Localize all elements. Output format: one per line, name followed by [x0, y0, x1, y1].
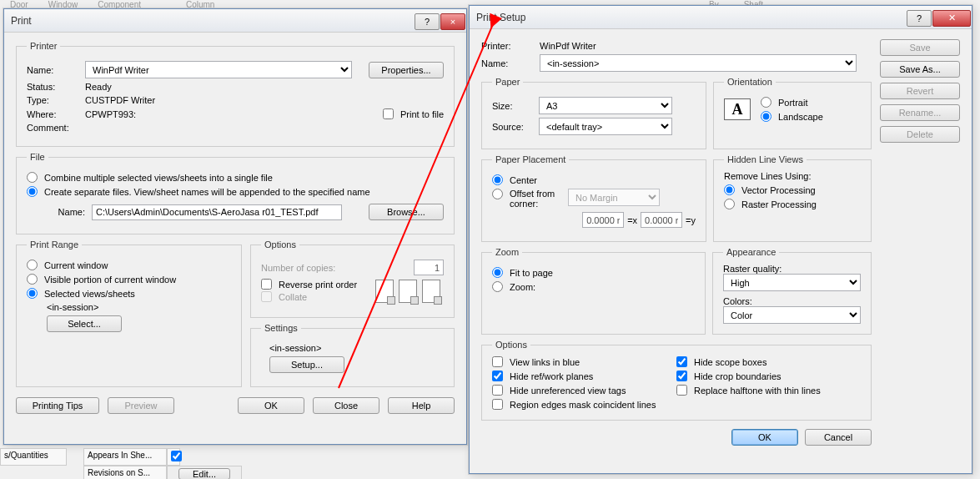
setup-printer-value: WinPdf Writer	[540, 41, 596, 51]
print-setup-dialog: Print Setup ? ✕ Printer:WinPdf Writer Na…	[469, 5, 972, 474]
printer-where: CPWPT993:	[85, 109, 136, 119]
print-ok-button[interactable]: OK	[238, 397, 304, 414]
print-close-button[interactable]: Close	[313, 397, 379, 414]
paper-size-select[interactable]: A3	[539, 97, 672, 114]
properties-button[interactable]: Properties...	[369, 62, 444, 78]
print-titlebar: Print ? ×	[4, 9, 466, 33]
close-window-button[interactable]: ×	[440, 13, 465, 30]
properties-panel-fragment: s/Quantities Appears In She... Revisions…	[0, 448, 250, 479]
print-dialog: Print ? × Printer Name: WinPdf Writer Pr…	[3, 8, 467, 445]
offset-radio[interactable]: Offset from corner:	[492, 189, 568, 209]
print-title: Print	[11, 15, 32, 27]
setup-help-window-button[interactable]: ?	[907, 10, 932, 27]
colors-select[interactable]: Color	[723, 306, 861, 324]
select-button[interactable]: Select...	[47, 315, 122, 332]
delete-button: Delete	[880, 126, 960, 143]
printer-name-label: Name:	[27, 65, 85, 75]
preview-button: Preview	[108, 397, 174, 414]
edit-revisions-button[interactable]: Edit...	[178, 468, 230, 479]
print-range-group: Print Range Current window Visible porti…	[16, 240, 242, 387]
hide-scope-check[interactable]: Hide scope boxes	[676, 356, 861, 367]
setup-name-select[interactable]: <in-session>	[540, 54, 857, 72]
printer-status: Ready	[85, 82, 112, 92]
center-radio[interactable]: Center	[492, 174, 537, 185]
revert-button: Revert	[880, 83, 960, 99]
orientation-group: Orientation A Portrait Landscape	[713, 77, 872, 149]
setup-titlebar: Print Setup ? ✕	[470, 6, 972, 29]
printer-group: Printer Name: WinPdf Writer Properties..…	[16, 41, 455, 147]
print-help-button[interactable]: Help	[388, 397, 455, 414]
save-button: Save	[880, 39, 960, 56]
portrait-radio[interactable]: Portrait	[761, 97, 807, 108]
hide-crop-check[interactable]: Hide crop boundaries	[676, 371, 861, 381]
vector-radio[interactable]: Vector Processing	[724, 184, 816, 195]
separate-radio[interactable]: Create separate files. View/sheet names …	[27, 186, 370, 197]
print-to-file-check[interactable]: Print to file	[383, 108, 444, 119]
fit-page-radio[interactable]: Fit to page	[492, 267, 553, 278]
hide-planes-check[interactable]: Hide ref/work planes	[492, 371, 676, 381]
landscape-radio[interactable]: Landscape	[761, 111, 823, 122]
background-toolbar: Door Window Component Column	[0, 0, 224, 8]
margin-select: No Margin	[568, 189, 660, 206]
raster-quality-select[interactable]: High	[723, 274, 861, 291]
setup-button[interactable]: Setup...	[269, 356, 344, 373]
file-group: File Combine multiple selected views/she…	[16, 152, 455, 234]
paper-placement-group: Paper Placement Center Offset from corne…	[481, 154, 706, 242]
setup-options-group: Options View links in blue Hide scope bo…	[481, 340, 872, 421]
options-group: Options Number of copies: Reverse print …	[250, 240, 455, 318]
zoom-group: Zoom Fit to page Zoom:	[481, 247, 706, 335]
offset-x-input	[582, 212, 624, 228]
browse-button[interactable]: Browse...	[369, 204, 444, 220]
help-window-button[interactable]: ?	[415, 13, 440, 30]
view-links-blue-check[interactable]: View links in blue	[492, 356, 676, 367]
rename-button: Rename...	[880, 104, 960, 121]
setup-ok-button[interactable]: OK	[731, 429, 798, 446]
printer-name-select[interactable]: WinPdf Writer	[85, 61, 352, 78]
region-edges-check[interactable]: Region edges mask coincident lines	[492, 399, 676, 410]
setup-cancel-button[interactable]: Cancel	[805, 429, 872, 446]
hide-unref-check[interactable]: Hide unreferenced view tags	[492, 385, 676, 396]
settings-session: <in-session>	[269, 343, 321, 353]
paper-group: Paper Size:A3 Source:<default tray>	[481, 77, 706, 149]
setup-title: Print Setup	[476, 12, 525, 23]
combine-radio[interactable]: Combine multiple selected views/sheets i…	[27, 172, 273, 183]
zoom-radio[interactable]: Zoom:	[492, 281, 535, 292]
appears-check[interactable]	[171, 451, 182, 461]
collate-icons	[375, 280, 444, 303]
appearance-group: Appearance Raster quality: High Colors: …	[712, 247, 872, 335]
printing-tips-button[interactable]: Printing Tips	[16, 397, 99, 414]
offset-y-input	[641, 212, 682, 228]
collate-check: Collate	[261, 291, 307, 302]
copies-input	[414, 260, 444, 275]
range-session: <in-session>	[47, 302, 98, 312]
raster-radio[interactable]: Raster Processing	[724, 199, 817, 209]
printer-type: CUSTPDF Writer	[85, 95, 155, 105]
save-as-button[interactable]: Save As...	[880, 61, 960, 78]
file-path-input[interactable]	[92, 204, 342, 220]
halftone-check[interactable]: Replace halftone with thin lines	[676, 385, 861, 396]
paper-source-select[interactable]: <default tray>	[539, 118, 672, 135]
setup-close-window-button[interactable]: ✕	[932, 10, 971, 27]
orientation-icon: A	[724, 98, 751, 120]
visible-portion-radio[interactable]: Visible portion of current window	[27, 274, 176, 285]
hidden-line-group: Hidden Line Views Remove Lines Using: Ve…	[713, 154, 872, 242]
reverse-order-check[interactable]: Reverse print order	[261, 279, 357, 290]
current-window-radio[interactable]: Current window	[27, 260, 108, 270]
selected-views-radio[interactable]: Selected views/sheets	[27, 288, 135, 299]
